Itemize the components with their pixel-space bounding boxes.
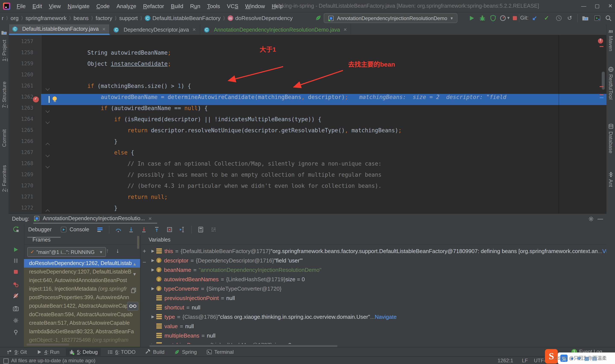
breadcrumb-item-support[interactable]: support bbox=[119, 15, 138, 21]
menu-item-view[interactable]: View bbox=[45, 3, 64, 9]
line-number[interactable]: 1264 bbox=[9, 116, 41, 127]
breadcrumb-item-defaultlistablebeanfactory[interactable]: DefaultListableBeanFactory bbox=[145, 15, 221, 21]
stack-frame-row[interactable]: createBean:517, AbstractAutowireCapable bbox=[24, 319, 140, 327]
variable-row[interactable]: ▶matchingBeans={LinkedHashMap@1787} size… bbox=[149, 340, 606, 344]
stripe-button-restfultool[interactable]: RestfulTool bbox=[606, 66, 615, 99]
add-watch-button[interactable]: + bbox=[143, 248, 146, 254]
menu-item-analyze[interactable]: Analyze bbox=[113, 3, 140, 9]
menu-item-window[interactable]: Window bbox=[242, 3, 268, 9]
frames-hscrollbar[interactable] bbox=[27, 343, 69, 346]
step-over-button[interactable] bbox=[115, 226, 122, 233]
breadcrumb-item-org[interactable]: org bbox=[11, 15, 19, 21]
trace-streams-button[interactable] bbox=[210, 226, 217, 233]
fold-marker-icon[interactable] bbox=[45, 209, 50, 213]
code-line[interactable]: } bbox=[41, 205, 606, 213]
toolwindow-button-terminal[interactable]: Terminal bbox=[203, 348, 237, 356]
stack-frame-row[interactable]: resolveDependency:1207, DefaultListableB bbox=[24, 268, 140, 276]
run-button[interactable] bbox=[468, 14, 475, 22]
resume-button[interactable] bbox=[12, 246, 19, 253]
project-structure-button[interactable] bbox=[582, 14, 589, 22]
menu-item-code[interactable]: Code bbox=[93, 3, 113, 9]
breadcrumb-item-doresolvedependency[interactable]: doResolveDependency bbox=[228, 15, 293, 21]
toolwindow-button-9-git[interactable]: 9: Git bbox=[3, 348, 30, 356]
close-icon[interactable]: ✕ bbox=[148, 216, 152, 221]
run-to-cursor-button[interactable] bbox=[179, 226, 186, 233]
menu-item-navigate[interactable]: Navigate bbox=[64, 3, 93, 9]
breadcrumb-item-r[interactable]: r bbox=[2, 15, 4, 21]
stack-frame-row[interactable]: doCreateBean:594, AbstractAutowireCapab bbox=[24, 310, 140, 319]
stack-frame-row[interactable]: lambda$doGetBean$0:323, AbstractBeanFa bbox=[24, 327, 140, 336]
breadcrumb-item-factory[interactable]: factory bbox=[96, 15, 112, 21]
variable-row[interactable]: multipleBeans=null bbox=[149, 331, 606, 340]
stripe-button-database[interactable]: Database bbox=[606, 123, 615, 153]
mute-breakpoints-button[interactable] bbox=[12, 292, 19, 299]
previous-frame-button[interactable]: ↑ bbox=[106, 247, 109, 254]
menu-item-build[interactable]: Build bbox=[167, 3, 187, 9]
code-line[interactable]: return descriptor.resolveNotUnique(descr… bbox=[41, 127, 606, 138]
rerun-button[interactable] bbox=[12, 226, 19, 233]
breakpoint-icon[interactable] bbox=[33, 96, 39, 103]
line-number[interactable]: 1258 bbox=[9, 50, 41, 61]
debugger-settings-icon[interactable] bbox=[12, 317, 19, 324]
stripe-button-ant[interactable]: Ant bbox=[606, 171, 615, 187]
step-into-button[interactable] bbox=[128, 226, 134, 233]
line-number[interactable]: 1270 bbox=[9, 183, 41, 194]
code-line[interactable]: // possibly it was meant to be an empty … bbox=[41, 171, 606, 183]
code-line[interactable] bbox=[41, 39, 606, 50]
toolwindow-button-build[interactable]: Build bbox=[142, 348, 167, 356]
git-rollback-button[interactable]: ↺ bbox=[567, 12, 572, 24]
stack-frame-row[interactable]: postProcessProperties:399, AutowiredAnn bbox=[24, 293, 140, 302]
pause-button[interactable] bbox=[12, 257, 19, 264]
hide-library-frames-toggle[interactable] bbox=[127, 302, 138, 311]
variable-row[interactable]: ▶ptypeConverter={SimpleTypeConverter@172… bbox=[149, 284, 606, 293]
toolwindow-button-6-todo[interactable]: 6: TODO bbox=[104, 348, 139, 356]
remove-watch-button[interactable]: − bbox=[143, 259, 146, 265]
view-breakpoints-button[interactable] bbox=[12, 281, 19, 288]
line-number[interactable]: 1271 bbox=[9, 194, 41, 205]
breadcrumb-item-springframework[interactable]: springframework bbox=[26, 15, 67, 21]
menu-item-refactor[interactable]: Refactor bbox=[140, 3, 167, 9]
search-everywhere-button[interactable] bbox=[605, 14, 612, 22]
close-button[interactable]: ✕ bbox=[608, 3, 613, 9]
expand-arrow-icon[interactable]: ▶ bbox=[149, 286, 156, 291]
code-line[interactable]: return null; bbox=[41, 194, 606, 205]
stop-process-button[interactable] bbox=[12, 268, 19, 275]
hide-panel-button[interactable]: — bbox=[598, 214, 603, 224]
profiler-button[interactable] bbox=[499, 14, 507, 22]
stack-frame-row[interactable]: inject:116, InjectionMetadata (org.sprin… bbox=[24, 285, 140, 293]
menu-item-run[interactable]: Run bbox=[187, 3, 204, 9]
editor-tab[interactable]: DefaultListableBeanFactory.java✕ bbox=[9, 24, 110, 35]
line-number[interactable]: 1260 bbox=[9, 72, 41, 83]
editor-gutter[interactable]: 1257125812591260126112621263126412651266… bbox=[9, 35, 41, 213]
line-ending[interactable]: LF bbox=[522, 357, 528, 364]
code-line[interactable]: if (isRequired(descriptor) || !indicates… bbox=[41, 116, 606, 127]
line-number[interactable]: 1268 bbox=[9, 160, 41, 171]
stripe-button-2-favorites[interactable]: 2: Favorites bbox=[0, 165, 9, 192]
menu-item-file[interactable]: File bbox=[13, 3, 29, 9]
debug-session-tab[interactable]: AnnotationDependencyInjectionResolutio..… bbox=[33, 214, 152, 223]
line-number[interactable]: 1261 bbox=[9, 83, 41, 94]
close-icon[interactable]: ✕ bbox=[102, 27, 106, 31]
fold-marker-icon[interactable] bbox=[45, 153, 50, 157]
menu-item-tools[interactable]: Tools bbox=[204, 3, 224, 9]
code-line[interactable]: String autowiredBeanName; bbox=[41, 50, 606, 61]
caret-position[interactable]: 1262:1 bbox=[497, 357, 513, 364]
git-commit-button[interactable]: ✓ bbox=[544, 12, 549, 24]
expand-arrow-icon[interactable]: ▶ bbox=[149, 268, 156, 272]
stack-frame-row[interactable]: doResolveDependency:1262, DefaultListab bbox=[24, 259, 140, 268]
stripe-button-7-structure[interactable]: 7: Structure bbox=[0, 81, 9, 108]
services-button[interactable] bbox=[594, 14, 601, 22]
fold-marker-icon[interactable] bbox=[45, 109, 50, 113]
stack-frame-row[interactable]: getObject:-1, 1827725498 (org.springfram bbox=[24, 336, 140, 344]
scroll-down-icon[interactable]: ▼ bbox=[132, 272, 137, 276]
pin-tab-icon[interactable] bbox=[12, 329, 19, 336]
settings-gear-icon[interactable] bbox=[588, 216, 594, 222]
history-button[interactable] bbox=[555, 14, 562, 22]
line-number[interactable]: 1263 bbox=[9, 105, 41, 116]
copy-stack-icon[interactable] bbox=[130, 287, 137, 294]
debug-button[interactable] bbox=[479, 14, 486, 22]
run-configuration-select[interactable]: AnnotationDependencyInjectionResolutionD… bbox=[324, 13, 457, 23]
stripe-button-1-project[interactable]: 1: Project bbox=[0, 40, 9, 61]
stop-button[interactable] bbox=[511, 14, 519, 22]
next-frame-button[interactable]: ↓ bbox=[116, 247, 119, 254]
